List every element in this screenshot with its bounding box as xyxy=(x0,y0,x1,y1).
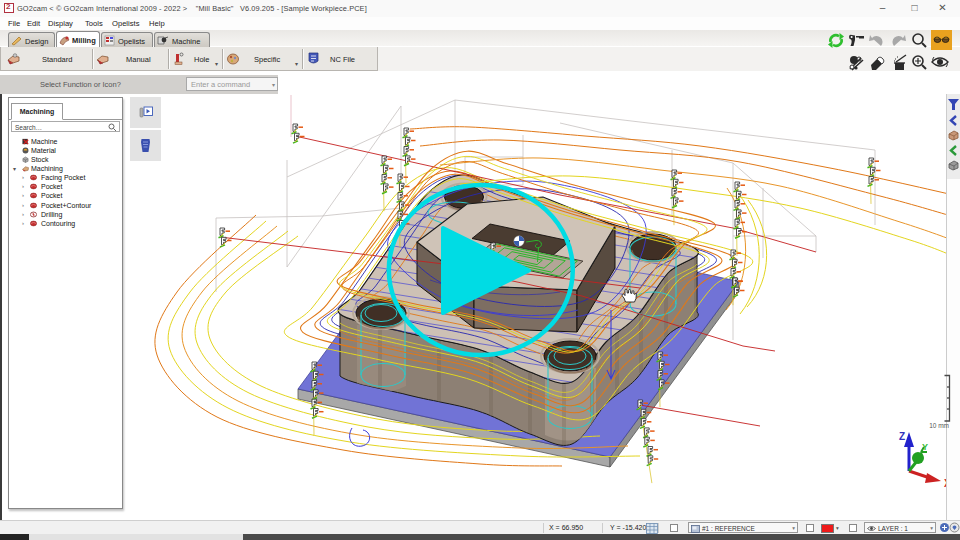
svg-text:10 mm: 10 mm xyxy=(929,422,949,429)
svg-text:Y: Y xyxy=(922,442,928,452)
svg-text:Z: Z xyxy=(899,431,905,442)
